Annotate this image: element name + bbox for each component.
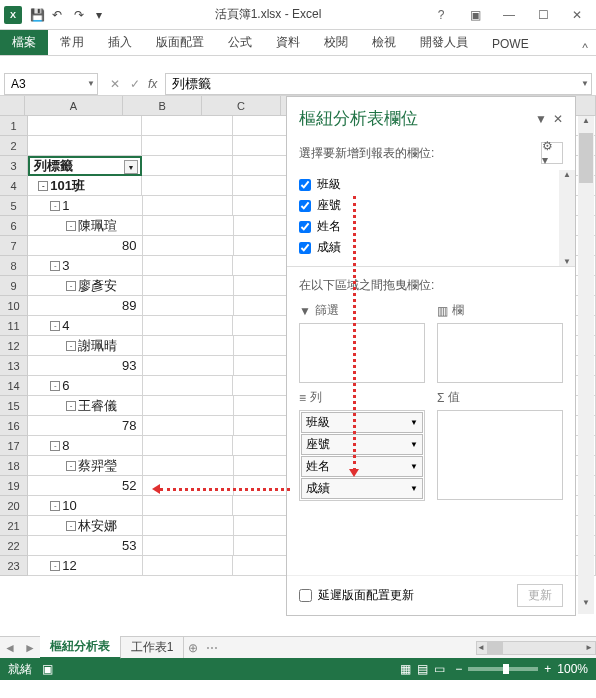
col-header-B[interactable]: B [123,96,202,115]
cell[interactable]: -6 [28,376,142,396]
cell[interactable] [143,256,234,276]
save-icon[interactable]: 💾 [30,8,44,22]
chevron-down-icon[interactable]: ▼ [410,418,418,427]
row-field-item[interactable]: 姓名▼ [301,456,423,477]
name-box[interactable]: A3 ▼ [4,73,98,95]
columns-drop-box[interactable] [437,323,563,383]
expand-collapse-icon[interactable]: - [50,201,60,211]
cell[interactable] [143,216,234,236]
field-item[interactable]: 成績 [299,237,563,258]
row-field-item[interactable]: 成績▼ [301,478,423,499]
help-button[interactable]: ? [426,3,456,27]
tab-home[interactable]: 常用 [48,30,96,55]
expand-collapse-icon[interactable]: - [66,341,76,351]
tab-insert[interactable]: 插入 [96,30,144,55]
cell[interactable]: 80 [28,236,143,256]
field-checkbox[interactable] [299,179,311,191]
expand-collapse-icon[interactable]: - [50,561,60,571]
cell[interactable] [142,176,233,196]
pane-close-icon[interactable]: ✕ [553,112,563,126]
chevron-down-icon[interactable]: ▼ [410,440,418,449]
fx-icon[interactable]: fx [148,77,157,91]
expand-collapse-icon[interactable]: - [66,521,76,531]
cell[interactable] [143,336,234,356]
tab-review[interactable]: 校閱 [312,30,360,55]
chevron-down-icon[interactable]: ▼ [410,462,418,471]
values-drop-box[interactable] [437,410,563,500]
cell[interactable] [143,296,234,316]
row-header[interactable]: 12 [0,336,28,356]
cell[interactable] [143,496,234,516]
cell[interactable] [28,116,141,136]
cell[interactable]: -蔡羿瑩 [28,456,143,476]
qat-dropdown-icon[interactable]: ▾ [96,8,110,22]
expand-collapse-icon[interactable]: - [66,281,76,291]
row-header[interactable]: 23 [0,556,28,576]
row-field-item[interactable]: 班級▼ [301,412,423,433]
expand-collapse-icon[interactable]: - [50,261,60,271]
field-item[interactable]: 座號 [299,195,563,216]
row-header[interactable]: 21 [0,516,28,536]
cell[interactable] [142,116,233,136]
row-header[interactable]: 3 [0,156,28,176]
cell[interactable] [28,136,141,156]
page-break-view-icon[interactable]: ▭ [434,662,445,676]
cell[interactable] [143,396,234,416]
row-header[interactable]: 14 [0,376,28,396]
close-button[interactable]: ✕ [562,3,592,27]
cell[interactable] [143,456,234,476]
expand-collapse-icon[interactable]: - [50,321,60,331]
cell[interactable]: -1 [28,196,142,216]
cell[interactable]: 52 [28,476,143,496]
row-header[interactable]: 7 [0,236,28,256]
tab-page-layout[interactable]: 版面配置 [144,30,216,55]
ribbon-options-icon[interactable]: ▣ [460,3,490,27]
expand-collapse-icon[interactable]: - [50,381,60,391]
cell[interactable]: 89 [28,296,143,316]
minimize-button[interactable]: — [494,3,524,27]
row-header[interactable]: 15 [0,396,28,416]
update-button[interactable]: 更新 [517,584,563,607]
chevron-down-icon[interactable]: ▼ [410,484,418,493]
cell[interactable] [143,516,234,536]
defer-checkbox[interactable] [299,589,312,602]
cell[interactable]: 列標籤▼ [28,156,142,176]
rows-drop-box[interactable]: 班級▼ 座號▼ 姓名▼ 成績▼ [299,410,425,501]
cell[interactable]: -廖彥安 [28,276,143,296]
pane-dropdown-icon[interactable]: ▼ [535,112,547,126]
cell[interactable] [143,316,234,336]
zoom-out-icon[interactable]: − [455,662,462,676]
cell[interactable]: 93 [28,356,143,376]
sheet-more-icon[interactable]: ⋯ [202,641,222,655]
cell[interactable] [143,276,234,296]
sheet-tab-pivot[interactable]: 樞紐分析表 [40,636,121,659]
filter-drop-box[interactable] [299,323,425,383]
row-header[interactable]: 5 [0,196,28,216]
row-header[interactable]: 8 [0,256,28,276]
macro-record-icon[interactable]: ▣ [42,662,53,676]
cell[interactable]: -8 [28,436,142,456]
field-list-scrollbar[interactable]: ▲▼ [559,170,575,266]
gear-icon[interactable]: ⚙ ▾ [541,142,563,164]
cancel-icon[interactable]: ✕ [110,77,120,91]
zoom-slider[interactable] [468,667,538,671]
vertical-scrollbar[interactable]: ▲▼ [578,116,594,614]
row-header[interactable]: 1 [0,116,28,136]
select-all-corner[interactable] [0,96,25,115]
field-checkbox[interactable] [299,242,311,254]
col-header-A[interactable]: A [25,96,123,115]
row-header[interactable]: 2 [0,136,28,156]
row-header[interactable]: 11 [0,316,28,336]
expand-collapse-icon[interactable]: - [66,401,76,411]
field-checkbox[interactable] [299,200,311,212]
cell[interactable]: -林安娜 [28,516,143,536]
new-sheet-icon[interactable]: ⊕ [184,641,202,655]
field-item[interactable]: 姓名 [299,216,563,237]
row-header[interactable]: 10 [0,296,28,316]
tab-file[interactable]: 檔案 [0,30,48,55]
cell[interactable] [143,536,234,556]
tab-view[interactable]: 檢視 [360,30,408,55]
cell[interactable] [143,436,234,456]
cell[interactable]: 53 [28,536,143,556]
redo-icon[interactable]: ↷ [74,8,88,22]
